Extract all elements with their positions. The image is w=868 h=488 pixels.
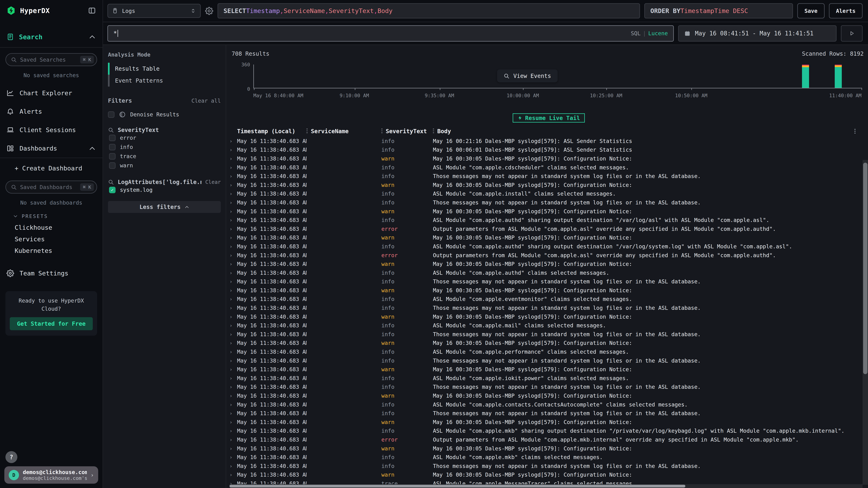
row-expand-icon[interactable]: ›: [229, 156, 237, 161]
alerts-button[interactable]: Alerts: [829, 3, 863, 19]
mode-event-patterns[interactable]: Event Patterns: [108, 75, 221, 87]
table-row[interactable]: ›May 16 11:38:40.683 AMerrorOutput param…: [229, 251, 860, 260]
table-row[interactable]: ›May 16 11:38:40.683 AMinfoThose message…: [229, 277, 860, 286]
run-query-button[interactable]: [841, 25, 863, 41]
checkbox[interactable]: ✓: [109, 187, 116, 193]
table-row[interactable]: ›May 16 11:38:40.683 AMwarnMay 16 00:30:…: [229, 233, 860, 242]
user-menu[interactable]: D demos@clickhouse.com demos@clickhouse.…: [4, 466, 98, 484]
row-expand-icon[interactable]: ›: [229, 463, 237, 469]
less-filters-button[interactable]: Less filters: [108, 201, 221, 213]
row-expand-icon[interactable]: ›: [229, 437, 237, 443]
source-settings-gear-icon[interactable]: [205, 7, 213, 15]
table-row[interactable]: ›May 16 11:38:40.683 AMinfoMay 16 00:21:…: [229, 137, 860, 145]
search-icon[interactable]: [108, 127, 114, 133]
table-row[interactable]: ›May 16 11:38:40.683 AMinfoASL Module "c…: [229, 189, 860, 198]
source-select[interactable]: Logs: [107, 4, 201, 18]
table-row[interactable]: ›May 16 11:38:40.683 AMwarnMay 16 00:30:…: [229, 418, 860, 427]
row-expand-icon[interactable]: ›: [229, 200, 237, 205]
table-row[interactable]: ›May 16 11:38:40.683 AMinfoMay 16 00:06:…: [229, 145, 860, 154]
row-expand-icon[interactable]: ›: [229, 226, 237, 232]
row-expand-icon[interactable]: ›: [229, 217, 237, 223]
preset-services[interactable]: Services: [0, 233, 102, 245]
row-expand-icon[interactable]: ›: [229, 349, 237, 355]
table-row[interactable]: ›May 16 11:38:40.683 AMinfoASL Module "c…: [229, 347, 860, 356]
histogram-bar[interactable]: [802, 65, 809, 88]
sidebar-item-chart-explorer[interactable]: Chart Explorer: [0, 84, 102, 102]
table-row[interactable]: ›May 16 11:38:40.683 AMinfoThose message…: [229, 356, 860, 365]
table-row[interactable]: ›May 16 11:38:40.683 AMwarnMay 16 00:30:…: [229, 154, 860, 163]
row-expand-icon[interactable]: ›: [229, 446, 237, 451]
histogram-bar[interactable]: [835, 65, 842, 88]
table-row[interactable]: ›May 16 11:38:40.683 AMwarnMay 16 00:30:…: [229, 286, 860, 295]
row-expand-icon[interactable]: ›: [229, 358, 237, 363]
column-header-servicename[interactable]: ServiceName: [307, 128, 381, 134]
row-expand-icon[interactable]: ›: [229, 165, 237, 170]
table-row[interactable]: ›May 16 11:38:40.683 AMinfoThose message…: [229, 172, 860, 181]
horizontal-scrollbar-thumb[interactable]: [229, 485, 685, 487]
orderby-input[interactable]: ORDER BY TimestampTime DESC: [644, 3, 793, 19]
table-row[interactable]: ›May 16 11:38:40.683 AMwarnMay 16 00:30:…: [229, 312, 860, 321]
table-menu-icon[interactable]: [852, 128, 858, 134]
table-row[interactable]: ›May 16 11:38:40.683 AMinfoASL Module "c…: [229, 321, 860, 330]
table-row[interactable]: ›May 16 11:38:40.683 AMwarnMay 16 00:30:…: [229, 181, 860, 189]
clear-link[interactable]: Clear: [205, 179, 221, 185]
row-expand-icon[interactable]: ›: [229, 261, 237, 267]
checkbox[interactable]: [109, 162, 116, 169]
search-query-input[interactable]: * SQL|Lucene: [107, 25, 674, 41]
sidebar-item-alerts[interactable]: Alerts: [0, 102, 102, 121]
sidebar-item-team-settings[interactable]: Team Settings: [0, 264, 102, 283]
table-row[interactable]: ›May 16 11:38:40.683 AMinfoASL Module "c…: [229, 427, 860, 435]
column-header-severitytext[interactable]: SeverityText: [381, 128, 433, 134]
vertical-scrollbar-thumb[interactable]: [863, 163, 867, 374]
row-expand-icon[interactable]: ›: [229, 366, 237, 372]
table-row[interactable]: ›May 16 11:38:40.683 AMwarnMay 16 00:30:…: [229, 339, 860, 348]
row-expand-icon[interactable]: ›: [229, 296, 237, 302]
denoise-checkbox[interactable]: [108, 111, 115, 118]
table-row[interactable]: ›May 16 11:38:40.683 AMinfoASL Module "c…: [229, 374, 860, 383]
row-expand-icon[interactable]: ›: [229, 182, 237, 188]
table-row[interactable]: ›May 16 11:38:40.683 AMinfoThose message…: [229, 462, 860, 470]
clear-all-link[interactable]: Clear all: [191, 98, 221, 104]
table-row[interactable]: ›May 16 11:38:40.683 AMerrorOutput param…: [229, 225, 860, 233]
column-resize-handle[interactable]: [381, 129, 382, 134]
presets-header[interactable]: PRESETS: [0, 210, 102, 222]
table-row[interactable]: ›May 16 11:38:40.683 AMinfoASL Module "c…: [229, 216, 860, 225]
filter-option-error[interactable]: error: [108, 133, 221, 142]
sidebar-item-search[interactable]: Search: [0, 29, 102, 47]
row-expand-icon[interactable]: ›: [229, 173, 237, 179]
row-expand-icon[interactable]: ›: [229, 472, 237, 478]
row-expand-icon[interactable]: ›: [229, 428, 237, 433]
table-row[interactable]: ›May 16 11:38:40.683 AMinfoASL Module "c…: [229, 163, 860, 172]
search-icon[interactable]: [108, 179, 114, 185]
row-expand-icon[interactable]: ›: [229, 235, 237, 240]
row-expand-icon[interactable]: ›: [229, 253, 237, 258]
row-expand-icon[interactable]: ›: [229, 340, 237, 346]
row-expand-icon[interactable]: ›: [229, 288, 237, 293]
preset-kubernetes[interactable]: Kubernetes: [0, 245, 102, 257]
table-row[interactable]: ›May 16 11:38:40.683 AMwarnMay 16 00:30:…: [229, 207, 860, 216]
saved-searches-input[interactable]: Saved Searches ⌘ K: [5, 53, 97, 66]
row-expand-icon[interactable]: ›: [229, 147, 237, 153]
filter-option-info[interactable]: info: [108, 142, 221, 152]
table-row[interactable]: ›May 16 11:38:40.683 AMinfoASL Module "c…: [229, 400, 860, 409]
row-expand-icon[interactable]: ›: [229, 393, 237, 398]
table-row[interactable]: ›May 16 11:38:40.683 AMwarnMay 16 00:30:…: [229, 470, 860, 479]
get-started-button[interactable]: Get Started for Free: [10, 317, 93, 330]
table-row[interactable]: ›May 16 11:38:40.683 AMinfoThose message…: [229, 409, 860, 418]
create-dashboard-button[interactable]: + Create Dashboard: [0, 160, 102, 175]
checkbox[interactable]: [109, 135, 116, 141]
saved-dashboards-input[interactable]: Saved Dashboards ⌘ K: [5, 181, 97, 194]
preset-clickhouse[interactable]: Clickhouse: [0, 222, 102, 233]
view-events-button[interactable]: View Events: [497, 69, 558, 83]
row-expand-icon[interactable]: ›: [229, 305, 237, 311]
query-language-toggle[interactable]: SQL|Lucene: [631, 30, 668, 36]
table-row[interactable]: ›May 16 11:38:40.683 AMwarnMay 16 00:30:…: [229, 365, 860, 374]
table-row[interactable]: ›May 16 11:38:40.683 AMinfoThose message…: [229, 383, 860, 391]
resume-live-tail-button[interactable]: Resume Live Tail: [513, 113, 585, 123]
save-button[interactable]: Save: [797, 3, 825, 19]
row-expand-icon[interactable]: ›: [229, 384, 237, 390]
row-expand-icon[interactable]: ›: [229, 208, 237, 214]
column-header-body[interactable]: Body: [433, 128, 852, 134]
sidebar-item-dashboards[interactable]: Dashboards: [0, 139, 102, 158]
table-row[interactable]: ›May 16 11:38:40.683 AMinfoThose message…: [229, 198, 860, 207]
